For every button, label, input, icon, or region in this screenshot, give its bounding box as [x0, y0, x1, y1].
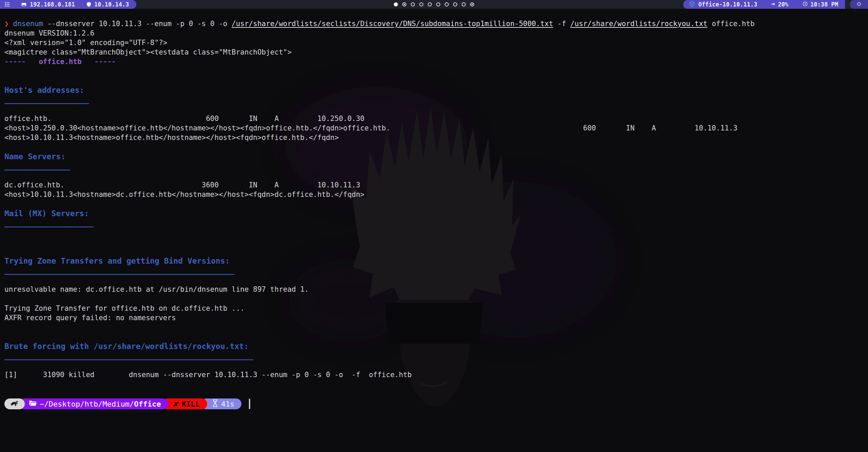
duration-label: 41s — [221, 400, 235, 408]
ethernet-icon — [21, 2, 27, 7]
terminal-line — [4, 76, 864, 85]
terminal-line — [4, 171, 864, 180]
workspace-dot-9[interactable] — [462, 2, 466, 6]
exit-status-segment: ✘ KILL — [162, 398, 207, 409]
terminal-line: <host>10.250.0.30<hostname>office.htb</h… — [4, 123, 864, 133]
kali-logo-icon — [9, 399, 19, 409]
terminal-line: <?xml version="1.0" encoding="UTF-8"?> — [4, 38, 864, 47]
vpn-ip-label: 10.10.14.3 — [94, 1, 129, 8]
volume-label: 20% — [778, 1, 788, 8]
terminal-line: __________________ — [4, 95, 864, 104]
terminal-output: ❯ dnsenum --dnsserver 10.10.11.3 --enum … — [4, 19, 864, 389]
network-status-pill[interactable]: 192.168.0.181 10.10.14.3 — [0, 0, 136, 9]
terminal-line — [4, 379, 864, 389]
terminal-line: unresolvable name: dc.office.htb at /usr… — [4, 285, 864, 294]
terminal-line: [1] 31090 killed dnsenum --dnsserver 10.… — [4, 370, 864, 379]
terminal-line — [4, 228, 864, 237]
lan-ip-label: 192.168.0.181 — [30, 1, 75, 8]
clock-icon — [803, 1, 808, 8]
top-status-bar: 192.168.0.181 10.10.14.3 Office-10.10.11… — [0, 0, 868, 9]
volume-icon[interactable] — [771, 1, 775, 8]
terminal-line: Host's addresses: — [4, 85, 864, 95]
terminal-line: office.htb. 600 IN A 10.250.0.30 — [4, 114, 864, 123]
terminal-line — [4, 104, 864, 114]
terminal-line: ______________ — [4, 161, 864, 171]
terminal-line — [4, 247, 864, 256]
terminal-line: dnsenum VERSION:1.2.6 — [4, 28, 864, 38]
terminal-line: ----- office.htb ----- — [4, 57, 864, 66]
target-label: Office-10.10.11.3 — [698, 1, 757, 8]
terminal-line — [4, 237, 864, 247]
terminal[interactable]: ❯ dnsenum --dnsserver 10.10.11.3 --enum … — [0, 9, 868, 452]
terminal-line — [4, 361, 864, 370]
terminal-line: ___________________ — [4, 218, 864, 228]
text-cursor — [249, 399, 250, 409]
time-label: 10:38 PM — [810, 1, 838, 8]
workspace-dot-6[interactable] — [436, 2, 440, 6]
target-status-pill[interactable]: Office-10.10.11.3 20% 10:38 PM — [683, 0, 845, 9]
shell-prompt: ~/Desktop/htb/Medium/Office ✘ KILL 41s — [4, 398, 864, 409]
terminal-line: <magictree class="MtBranchObject"><testd… — [4, 47, 864, 57]
workspace-dot-1[interactable] — [394, 2, 398, 6]
terminal-line — [4, 323, 864, 332]
terminal-line: ❯ dnsenum --dnsserver 10.10.11.3 --enum … — [4, 19, 864, 28]
terminal-line: AXFR record query failed: no nameservers — [4, 313, 864, 323]
workspace-dot-10[interactable] — [470, 2, 474, 6]
terminal-line: Name Servers: — [4, 152, 864, 161]
cwd-prefix: ~/Desktop/htb/Medium/ — [40, 400, 134, 408]
terminal-line — [4, 66, 864, 76]
terminal-line — [4, 294, 864, 304]
terminal-line: Mail (MX) Servers: — [4, 209, 864, 218]
folder-open-icon — [29, 399, 37, 409]
terminal-line: Trying Zone Transfers and getting Bind V… — [4, 256, 864, 266]
workspace-dot-3[interactable] — [411, 2, 415, 6]
app-grid-icon[interactable] — [5, 2, 9, 7]
workspace-dot-5[interactable] — [428, 2, 432, 6]
os-segment — [4, 398, 25, 409]
power-icon — [856, 1, 862, 8]
terminal-line: <host>10.10.11.3<hostname>office.htb</ho… — [4, 133, 864, 142]
terminal-line — [4, 332, 864, 342]
workspace-indicators — [394, 0, 474, 9]
status-widgets: Office-10.10.11.3 20% 10:38 PM — [683, 0, 868, 9]
cwd-dir: Office — [134, 400, 161, 408]
hourglass-icon — [212, 399, 218, 409]
terminal-line: ________________________________________… — [4, 266, 864, 275]
terminal-line: Trying Zone Transfer for office.htb on d… — [4, 304, 864, 313]
vpn-shield-icon — [86, 2, 91, 7]
workspace-dot-7[interactable] — [445, 2, 449, 6]
terminal-line: dc.office.htb. 3600 IN A 10.10.11.3 — [4, 180, 864, 190]
terminal-line — [4, 275, 864, 285]
terminal-line: Brute forcing with /usr/share/wordlists/… — [4, 342, 864, 351]
status-label: KILL — [182, 400, 200, 408]
desktop: 192.168.0.181 10.10.14.3 Office-10.10.11… — [0, 0, 868, 452]
terminal-line — [4, 142, 864, 152]
workspace-dot-4[interactable] — [419, 2, 423, 6]
cwd-segment: ~/Desktop/htb/Medium/Office — [19, 398, 168, 409]
workspace-dot-2[interactable] — [402, 2, 407, 6]
terminal-line: ________________________________________… — [4, 351, 864, 361]
terminal-line: <host>10.10.11.3<hostname>dc.office.htb<… — [4, 190, 864, 199]
status-x-icon: ✘ — [173, 400, 178, 408]
target-box-icon — [689, 1, 695, 8]
power-button[interactable] — [850, 0, 868, 9]
terminal-line — [4, 199, 864, 209]
workspace-dot-8[interactable] — [453, 2, 457, 6]
